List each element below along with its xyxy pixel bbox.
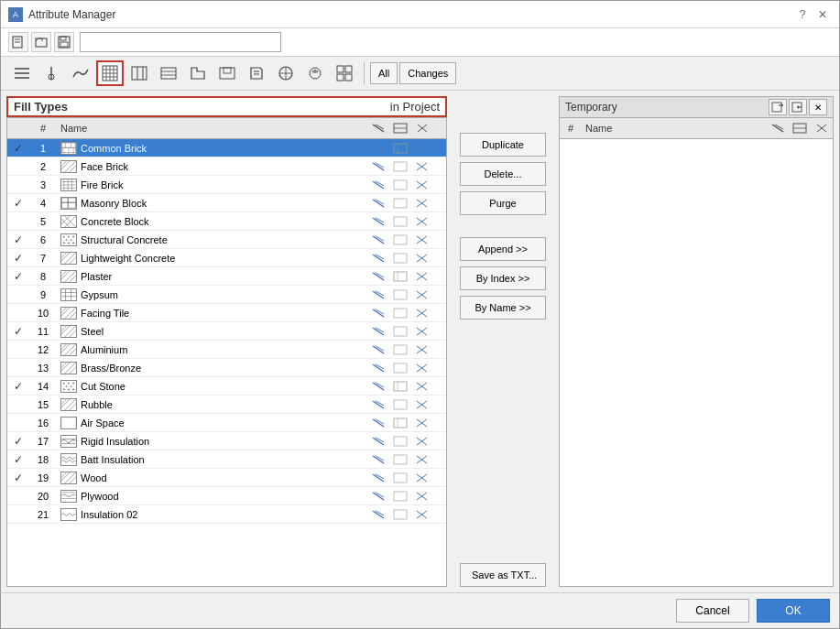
col1-cell <box>367 471 389 485</box>
help-button[interactable]: ? <box>793 5 812 24</box>
check-cell <box>7 166 29 168</box>
all-button[interactable]: All <box>370 62 398 84</box>
tool-fills[interactable] <box>96 60 124 86</box>
fill-type-row[interactable]: 15 Rubble <box>7 396 446 414</box>
search-icons <box>8 32 74 52</box>
open-icon-btn[interactable] <box>31 32 51 52</box>
fill-type-row[interactable]: ✓18 Batt Insulation <box>7 450 446 469</box>
fill-type-row[interactable]: ✓19 Wood <box>7 469 446 487</box>
save-txt-button[interactable]: Save as TXT... <box>460 563 546 587</box>
fill-type-row[interactable]: 16 Air Space <box>7 414 446 432</box>
svg-rect-26 <box>224 68 231 73</box>
tool-pens[interactable] <box>38 60 65 86</box>
fill-type-row[interactable]: ✓1 Common Brick <box>7 139 446 157</box>
delete-button[interactable]: Delete... <box>460 162 546 186</box>
tool-layers[interactable] <box>8 60 36 86</box>
fill-type-row[interactable]: ✓8 Plaster <box>7 267 446 286</box>
check-cell <box>7 294 29 296</box>
svg-marker-259 <box>797 105 799 109</box>
right-close-btn[interactable]: ✕ <box>809 99 827 115</box>
item-name: Cut Stone <box>81 381 125 392</box>
ok-button[interactable]: OK <box>757 599 830 623</box>
fill-type-row[interactable]: 13 Brass/Bronze <box>7 359 446 377</box>
fill-type-row[interactable]: 2 Face Brick <box>7 157 446 176</box>
fill-type-row[interactable]: ✓6 Structural Concrete <box>7 231 446 249</box>
right-panel: Temporary ✕ # Name <box>559 96 834 587</box>
tool-lines[interactable] <box>67 60 94 86</box>
fill-type-row[interactable]: 20 Plywood <box>7 487 446 505</box>
fill-preview <box>60 362 77 374</box>
fill-type-row[interactable]: 12 Aluminium <box>7 341 446 359</box>
num-cell: 4 <box>29 197 57 210</box>
title-buttons: ? ✕ <box>793 5 832 24</box>
fill-preview <box>60 215 77 228</box>
search-input[interactable] <box>80 32 281 52</box>
tool-grid[interactable] <box>331 60 358 86</box>
col3-cell <box>411 196 433 211</box>
num-cell: 20 <box>29 490 57 503</box>
name-cell: Plaster <box>57 269 367 284</box>
svg-rect-110 <box>394 235 407 244</box>
name-cell: Aluminium <box>57 342 367 357</box>
app-icon: A <box>8 7 23 22</box>
check-cell <box>7 312 29 314</box>
scroll-cell <box>433 276 446 277</box>
right-list-container[interactable]: # Name <box>559 117 834 587</box>
by-name-button[interactable]: By Name >> <box>460 296 546 320</box>
col1-cell <box>367 397 389 412</box>
right-import-btn[interactable] <box>769 99 787 115</box>
tool-profiles[interactable] <box>184 60 212 86</box>
close-button[interactable]: ✕ <box>813 5 832 24</box>
right-name-header: Name <box>582 120 767 136</box>
fill-type-row[interactable]: ✓7 Lightweight Concrete <box>7 249 446 267</box>
fill-types-list-container[interactable]: # Name ✓1 <box>6 117 447 587</box>
name-cell: Gypsum <box>57 287 367 302</box>
item-name: Aluminium <box>81 344 127 355</box>
attribute-manager-window: A Attribute Manager ? ✕ <box>0 0 840 629</box>
tool-composites[interactable] <box>125 60 153 86</box>
svg-rect-36 <box>345 74 352 81</box>
svg-rect-181 <box>394 363 407 373</box>
right-export-btn[interactable] <box>789 99 807 115</box>
name-cell: Batt Insulation <box>57 452 367 467</box>
purge-button[interactable]: Purge <box>460 191 546 215</box>
name-cell: Structural Concrete <box>57 233 367 247</box>
fill-type-row[interactable]: ✓4 Masonry Block <box>7 194 446 212</box>
item-name: Common Brick <box>81 143 147 154</box>
cancel-button[interactable]: Cancel <box>676 599 749 623</box>
fill-type-row[interactable]: ✓11 Steel <box>7 322 446 341</box>
search-bar <box>1 28 839 57</box>
fill-type-row[interactable]: 5 Concrete Block <box>7 212 446 231</box>
col3-cell <box>411 379 433 394</box>
changes-button[interactable]: Changes <box>399 62 456 84</box>
fill-preview <box>60 417 77 429</box>
item-name: Fire Brick <box>81 179 123 190</box>
tool-markups[interactable] <box>243 60 270 86</box>
fill-preview <box>60 142 77 155</box>
svg-point-186 <box>68 382 70 384</box>
item-name: Insulation 02 <box>81 509 137 520</box>
fill-preview <box>60 435 77 448</box>
save-icon-btn[interactable] <box>54 32 74 52</box>
by-index-button[interactable]: By Index >> <box>460 266 546 290</box>
fill-type-row[interactable]: 10 Facing Tile <box>7 304 446 322</box>
tool-surfaces[interactable] <box>155 60 182 86</box>
fill-preview <box>60 233 77 246</box>
fill-type-row[interactable]: ✓17 Rigid Insulation <box>7 432 446 450</box>
new-icon-btn[interactable] <box>8 32 28 52</box>
append-button[interactable]: Append >> <box>460 237 546 261</box>
fill-type-row[interactable]: 21 Insulation 02 <box>7 505 446 524</box>
fill-type-row[interactable]: 3 Fire Brick <box>7 176 446 194</box>
tool-operations[interactable] <box>301 60 329 86</box>
col3-cell <box>411 471 433 485</box>
tool-mep[interactable] <box>272 60 300 86</box>
svg-rect-96 <box>394 217 407 226</box>
fill-type-row[interactable]: 9 Gypsum <box>7 286 446 304</box>
col3-cell <box>411 233 433 247</box>
item-name: Facing Tile <box>81 308 129 319</box>
check-cell <box>7 184 29 186</box>
tool-zones[interactable] <box>213 60 241 86</box>
fill-type-row[interactable]: ✓14 Cut Stone <box>7 377 446 396</box>
svg-rect-22 <box>161 68 176 79</box>
duplicate-button[interactable]: Duplicate <box>460 133 546 157</box>
